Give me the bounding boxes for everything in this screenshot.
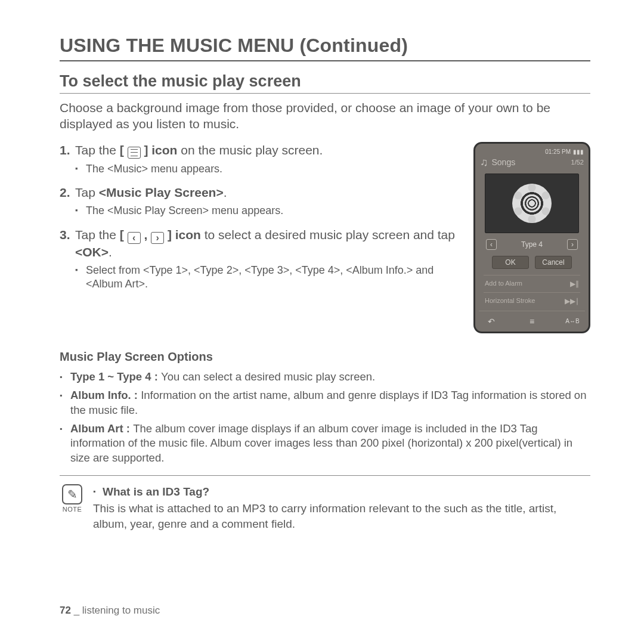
device-cancel-button: Cancel bbox=[535, 256, 572, 269]
note-icon: ✎ bbox=[62, 484, 82, 504]
step-2-bold: <Music Play Screen> bbox=[99, 185, 224, 199]
next-track-icon: ▶▶∣ bbox=[565, 297, 579, 305]
device-album-art bbox=[485, 174, 579, 233]
step-3-text-c: to select a desired music play screen an… bbox=[201, 228, 455, 242]
options-list: Type 1 ~ Type 4 : You can select a desir… bbox=[60, 370, 590, 476]
intro-paragraph: Choose a background image from those pro… bbox=[60, 100, 590, 132]
device-next-icon: › bbox=[567, 239, 578, 250]
device-ok-button: OK bbox=[492, 256, 529, 269]
device-header: Songs bbox=[492, 157, 516, 167]
option-albuminfo-body: Information on the artist name, album an… bbox=[70, 389, 586, 416]
option-type-lead: Type 1 ~ Type 4 : bbox=[70, 370, 161, 383]
device-row-2: Horizontal Stroke bbox=[485, 297, 535, 305]
left-arrow-icon bbox=[128, 232, 141, 244]
step-3-text-a: Tap the bbox=[75, 228, 120, 242]
page-title: USING THE MUSIC MENU (Continued) bbox=[60, 35, 590, 61]
device-time: 01:25 PM bbox=[545, 148, 571, 155]
option-album-info: Album Info. : Information on the artist … bbox=[60, 388, 590, 418]
note-question: What is an ID3 Tag? bbox=[93, 484, 590, 500]
footer-sep: _ bbox=[71, 605, 82, 616]
device-prev-icon: ‹ bbox=[486, 239, 497, 250]
option-albumart-lead: Album Art : bbox=[70, 422, 133, 435]
step-3-text-e: . bbox=[109, 245, 112, 259]
note-label: NOTE bbox=[60, 506, 85, 513]
page-number: 72 bbox=[60, 605, 71, 616]
device-row-1: Add to Alarm bbox=[485, 280, 522, 288]
option-type-body: You can select a desired music play scre… bbox=[161, 370, 375, 383]
device-mock: 01:25 PM ▮▮▮ ♫ Songs 1/52 ‹ Type 4 › OK … bbox=[473, 142, 590, 333]
step-1: Tap the [ ] icon on the music play scree… bbox=[60, 142, 459, 176]
chapter-name: listening to music bbox=[82, 605, 160, 616]
device-counter: 1/52 bbox=[571, 159, 584, 166]
note-body: This is what is attached to an MP3 to ca… bbox=[93, 501, 590, 531]
option-albuminfo-lead: Album Info. : bbox=[70, 389, 141, 401]
step-1-sub: The <Music> menu appears. bbox=[75, 162, 459, 176]
step-2-text-a: Tap bbox=[75, 185, 99, 199]
back-icon: ↶ bbox=[485, 316, 498, 327]
step-3-sub: Select from <Type 1>, <Type 2>, <Type 3>… bbox=[75, 264, 459, 292]
step-2-sub: The <Music Play Screen> menu appears. bbox=[75, 204, 459, 218]
step-2-text-c: . bbox=[224, 185, 227, 199]
playpause-icon: ▶∥ bbox=[570, 280, 579, 288]
option-type: Type 1 ~ Type 4 : You can select a desir… bbox=[60, 370, 590, 385]
step-3: Tap the [ , ] icon to select a desired m… bbox=[60, 227, 459, 292]
option-album-art: Album Art : The album cover image displa… bbox=[60, 422, 590, 466]
step-1-text-a: Tap the bbox=[75, 143, 120, 157]
battery-icon: ▮▮▮ bbox=[573, 148, 584, 155]
options-title: Music Play Screen Options bbox=[60, 350, 590, 364]
step-1-text-b: icon bbox=[148, 143, 177, 157]
list-icon: ≡ bbox=[525, 316, 538, 327]
menu-icon bbox=[128, 147, 141, 159]
music-note-icon: ♫ bbox=[480, 156, 488, 169]
step-3-ok: <OK> bbox=[75, 245, 109, 259]
step-2: Tap <Music Play Screen>. The <Music Play… bbox=[60, 184, 459, 218]
right-arrow-icon bbox=[151, 232, 164, 244]
device-type-label: Type 4 bbox=[521, 240, 543, 249]
step-3-text-b: icon bbox=[172, 228, 201, 242]
ab-repeat-icon: A↔B bbox=[566, 316, 579, 327]
section-title: To select the music play screen bbox=[60, 72, 590, 94]
step-1-text-c: on the music play screen. bbox=[177, 143, 323, 157]
note-badge: ✎ NOTE bbox=[60, 484, 85, 513]
option-albumart-body: The album cover image displays if an alb… bbox=[70, 422, 572, 465]
page-footer: 72 _ listening to music bbox=[60, 605, 160, 617]
